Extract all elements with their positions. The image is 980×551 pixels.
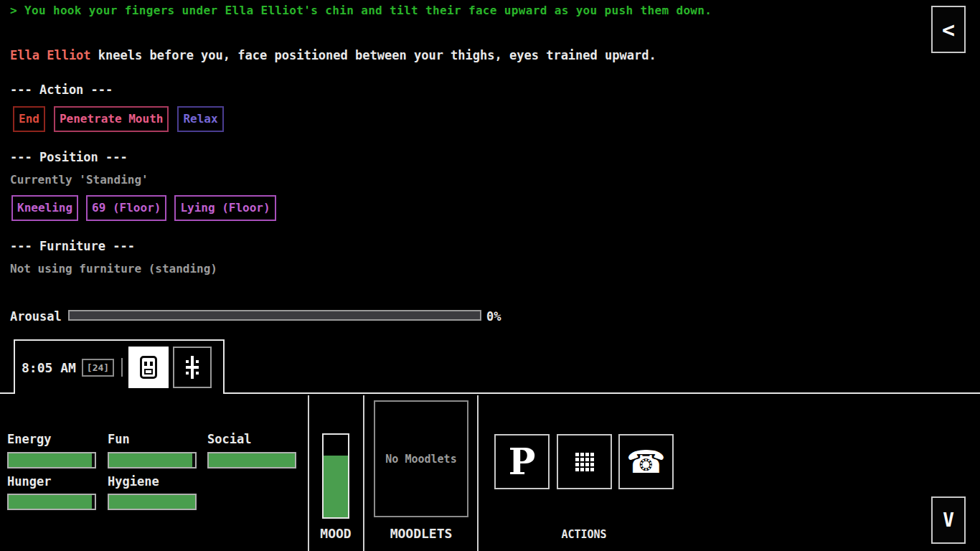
narration-line: > You hook your fingers under Ella Ellio… bbox=[10, 4, 712, 17]
game-screen: > You hook your fingers under Ella Ellio… bbox=[0, 0, 980, 551]
section-title-position: --- Position --- bbox=[10, 150, 128, 164]
need-label-hygiene: Hygiene bbox=[108, 474, 159, 489]
need-bar-fill-hygiene bbox=[109, 495, 195, 509]
need-bar-social bbox=[207, 452, 296, 468]
position-button-kneeling[interactable]: Kneeling bbox=[11, 195, 78, 221]
journal-button[interactable]: P bbox=[494, 434, 550, 489]
position-current-status: Currently 'Standing' bbox=[10, 173, 149, 187]
mood-bar bbox=[322, 433, 349, 519]
furniture-status: Not using furniture (standing) bbox=[10, 262, 217, 276]
phone-button[interactable]: ☎ bbox=[618, 434, 674, 489]
portrait-view-button[interactable] bbox=[128, 347, 169, 388]
clock-tab: 8:05 AM [24] bbox=[14, 339, 225, 394]
journal-p-icon: P bbox=[509, 444, 536, 480]
portrait-face-icon bbox=[140, 356, 157, 379]
collapse-button[interactable]: V bbox=[931, 496, 966, 544]
back-button[interactable]: < bbox=[931, 6, 966, 53]
need-label-fun: Fun bbox=[108, 432, 130, 446]
clock-divider bbox=[121, 358, 123, 377]
subject-status-line: Ella Elliot kneels before you, face posi… bbox=[10, 48, 656, 62]
building-button[interactable] bbox=[557, 434, 612, 489]
panel-divider-3 bbox=[477, 395, 479, 551]
action-button-penetrate-mouth[interactable]: Penetrate Mouth bbox=[54, 106, 169, 132]
need-label-social: Social bbox=[207, 432, 251, 446]
need-label-energy: Energy bbox=[7, 432, 51, 446]
chevron-down-icon: V bbox=[943, 509, 954, 531]
position-button-69-floor[interactable]: 69 (Floor) bbox=[86, 195, 166, 221]
need-bar-energy bbox=[7, 452, 96, 468]
moodlets-empty-text: No Moodlets bbox=[385, 453, 456, 466]
snowflake-button[interactable] bbox=[173, 347, 212, 388]
panel-divider-1 bbox=[308, 395, 309, 551]
subject-status-text: kneels before you, face positioned betwe… bbox=[91, 48, 656, 62]
need-bar-fun bbox=[108, 452, 197, 468]
action-button-row: End Penetrate Mouth Relax bbox=[13, 106, 224, 132]
building-grid-icon bbox=[575, 453, 594, 471]
position-button-lying-floor[interactable]: Lying (Floor) bbox=[174, 195, 275, 221]
moodlets-box: No Moodlets bbox=[374, 400, 468, 517]
panel-divider-2 bbox=[363, 395, 364, 551]
need-bar-fill-social bbox=[209, 453, 295, 467]
chevron-left-icon: < bbox=[942, 17, 955, 42]
position-button-row: Kneeling 69 (Floor) Lying (Floor) bbox=[11, 195, 276, 221]
need-bar-fill-hunger bbox=[9, 495, 92, 509]
need-bar-fill-fun bbox=[109, 453, 192, 467]
need-bar-hygiene bbox=[108, 494, 197, 510]
subject-name: Ella Elliot bbox=[10, 48, 91, 62]
snowflake-icon bbox=[183, 355, 202, 380]
action-button-end[interactable]: End bbox=[13, 106, 45, 132]
moodlets-label: MOODLETS bbox=[374, 526, 468, 541]
action-button-relax[interactable]: Relax bbox=[177, 106, 223, 132]
clock-24h-toggle[interactable]: [24] bbox=[82, 359, 114, 377]
mood-label: MOOD bbox=[311, 526, 360, 541]
need-label-hunger: Hunger bbox=[7, 474, 51, 489]
arousal-bar bbox=[68, 310, 481, 321]
phone-icon: ☎ bbox=[626, 446, 666, 478]
section-title-furniture: --- Furniture --- bbox=[10, 239, 135, 253]
section-title-action: --- Action --- bbox=[10, 83, 113, 97]
need-bar-hunger bbox=[7, 494, 96, 510]
clock-time: 8:05 AM bbox=[22, 360, 76, 375]
mood-bar-fill bbox=[324, 456, 348, 517]
arousal-value: 0% bbox=[486, 309, 501, 324]
arousal-label: Arousal bbox=[10, 309, 62, 324]
need-bar-fill-energy bbox=[9, 453, 92, 467]
actions-label: ACTIONS bbox=[527, 528, 641, 541]
